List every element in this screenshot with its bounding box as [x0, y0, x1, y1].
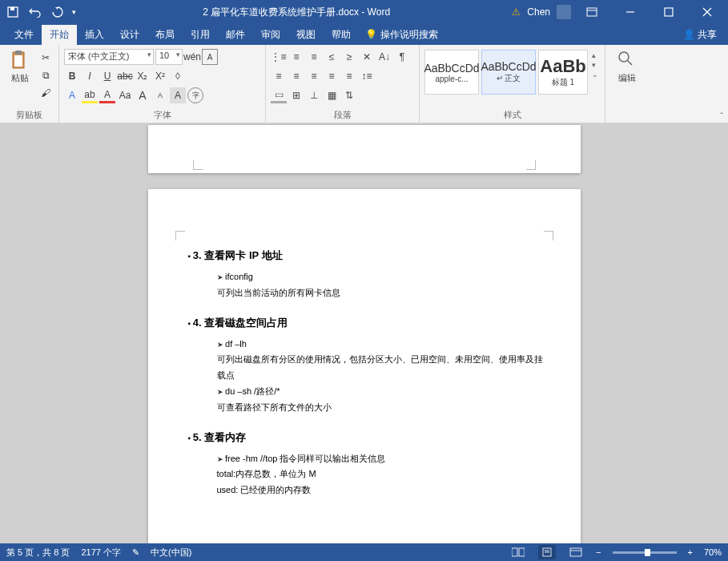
redo-icon[interactable] [50, 4, 66, 20]
tell-me-input[interactable]: 操作说明搜索 [380, 28, 438, 42]
page-indicator[interactable]: 第 5 页，共 8 页 [6, 547, 70, 559]
tabs-icon[interactable]: ⊥ [306, 87, 322, 103]
align-right-icon[interactable]: ≡ [306, 68, 322, 84]
char-shading-icon[interactable]: A [170, 87, 186, 103]
line-used: used: 已经使用的内存数 [217, 482, 544, 498]
svg-rect-9 [15, 50, 22, 54]
clear-format-icon[interactable]: ◊ [170, 68, 186, 84]
tab-home[interactable]: 开始 [42, 25, 77, 45]
change-case-button[interactable]: Aa [117, 87, 133, 103]
phonetic-guide-icon[interactable]: wén [184, 49, 200, 65]
style-apple[interactable]: AaBbCcDd apple-c... [424, 50, 479, 95]
minimize-icon[interactable] [613, 0, 648, 24]
enclose-char-icon[interactable]: 字 [187, 87, 203, 103]
style-heading1[interactable]: AaBb 标题 1 [538, 50, 588, 95]
share-button[interactable]: 👤 共享 [672, 28, 728, 42]
tab-design[interactable]: 设计 [112, 25, 147, 45]
decrease-indent-icon[interactable]: ≤ [324, 49, 340, 65]
tell-me-icon[interactable]: 💡 [365, 29, 377, 40]
web-layout-icon[interactable] [567, 545, 585, 559]
char-border-icon[interactable]: A [202, 49, 218, 65]
style-scroll-up-icon[interactable]: ▴ [592, 51, 598, 59]
bullets-icon[interactable]: ⋮≡ [271, 49, 287, 65]
italic-button[interactable]: I [82, 68, 98, 84]
multilevel-icon[interactable]: ≡ [306, 49, 322, 65]
read-mode-icon[interactable] [509, 545, 527, 559]
align-left-icon[interactable]: ≡ [271, 68, 287, 84]
close-icon[interactable] [690, 0, 725, 24]
bold-button[interactable]: B [64, 68, 80, 84]
document-area[interactable]: 3. 查看网卡 IP 地址 ifconfig 可列出当前活动的所有网卡信息 4.… [0, 123, 728, 543]
tab-review[interactable]: 审阅 [253, 25, 288, 45]
copy-icon[interactable]: ⧉ [38, 67, 54, 83]
share-label: 共享 [698, 29, 717, 40]
font-group-label: 字体 [59, 109, 265, 121]
zoom-level[interactable]: 70% [704, 547, 722, 557]
svg-rect-2 [587, 8, 597, 16]
tab-mail[interactable]: 邮件 [218, 25, 253, 45]
numbering-icon[interactable]: ≡ [288, 49, 304, 65]
paste-label: 粘贴 [11, 72, 29, 84]
undo-icon[interactable] [27, 4, 43, 20]
distribute-icon[interactable]: ≡ [341, 68, 357, 84]
style-scroll-down-icon[interactable]: ▾ [592, 61, 598, 69]
ribbon-tabs: 文件 开始 插入 设计 布局 引用 邮件 审阅 视图 帮助 💡 操作说明搜索 👤… [0, 24, 728, 45]
justify-icon[interactable]: ≡ [324, 68, 340, 84]
zoom-in-icon[interactable]: + [688, 547, 693, 557]
font-family-combo[interactable]: 宋体 (中文正文) [64, 49, 154, 65]
quick-access-toolbar: ▾ [0, 4, 81, 20]
tab-insert[interactable]: 插入 [77, 25, 112, 45]
clipboard-group-label: 剪贴板 [0, 109, 58, 121]
font-size-combo[interactable]: 10 [155, 49, 183, 65]
shrink-font-icon[interactable]: A [152, 87, 168, 103]
tab-layout[interactable]: 布局 [147, 25, 183, 45]
page-current[interactable]: 3. 查看网卡 IP 地址 ifconfig 可列出当前活动的所有网卡信息 4.… [148, 189, 581, 543]
spellcheck-icon[interactable]: ✎ [132, 547, 139, 558]
increase-indent-icon[interactable]: ≥ [341, 49, 357, 65]
cut-icon[interactable]: ✂ [38, 50, 54, 66]
borders-icon[interactable]: ⊞ [288, 87, 304, 103]
save-icon[interactable] [5, 4, 21, 20]
asian-layout-icon[interactable]: ✕ [359, 49, 375, 65]
ribbon-display-icon[interactable] [574, 0, 609, 24]
superscript-button[interactable]: X² [152, 68, 168, 84]
tab-references[interactable]: 引用 [183, 25, 218, 45]
tab-view[interactable]: 视图 [288, 25, 324, 45]
group-paragraph: ⋮≡ ≡ ≡ ≤ ≥ ✕ A↓ ¶ ≡ ≡ ≡ ≡ ≡ ↕≡ ▭ ⊞ ⊥ [266, 45, 420, 123]
align-center-icon[interactable]: ≡ [288, 68, 304, 84]
document-title: 2 扁平化车道收费系统维护手册.docx - Word [81, 6, 512, 19]
warning-icon: ⚠ [512, 6, 521, 18]
snap-grid-icon[interactable]: ▦ [324, 87, 340, 103]
shading-icon[interactable]: ▭ [271, 87, 287, 103]
sort-icon[interactable]: A↓ [376, 49, 392, 65]
user-name: Chen [527, 6, 550, 18]
format-painter-icon[interactable]: 🖌 [38, 85, 54, 101]
language-indicator[interactable]: 中文(中国) [151, 547, 191, 559]
strikethrough-button[interactable]: abc [117, 68, 133, 84]
qat-overflow-icon[interactable]: ▾ [72, 8, 76, 16]
grow-font-icon[interactable]: A [135, 87, 151, 103]
maximize-icon[interactable] [651, 0, 686, 24]
find-button[interactable]: 编辑 [611, 48, 643, 121]
word-count[interactable]: 2177 个字 [81, 547, 121, 559]
collapse-ribbon-icon[interactable]: ˆ [720, 111, 723, 121]
text-effects-icon[interactable]: A [64, 87, 80, 103]
highlight-color-icon[interactable]: ab [82, 87, 98, 103]
subscript-button[interactable]: X₂ [135, 68, 151, 84]
line-spacing-icon[interactable]: ↕≡ [359, 68, 375, 84]
avatar[interactable] [557, 5, 571, 19]
style-normal-preview: AaBbCcDd [481, 60, 536, 73]
tab-help[interactable]: 帮助 [324, 25, 359, 45]
font-color-icon[interactable]: A [99, 87, 115, 103]
style-expand-icon[interactable]: ⌄ [592, 71, 598, 79]
tab-file[interactable]: 文件 [6, 25, 42, 45]
group-clipboard: 粘贴 ✂ ⧉ 🖌 剪贴板 [0, 45, 59, 123]
underline-button[interactable]: U [99, 68, 115, 84]
style-normal[interactable]: AaBbCcDd ↵ 正文 [481, 50, 536, 95]
desc-df: 可列出磁盘所有分区的使用情况，包括分区大小、已用空间、未用空间、使用率及挂载点 [217, 352, 544, 384]
zoom-out-icon[interactable]: − [596, 547, 601, 557]
show-marks-icon[interactable]: ¶ [394, 49, 410, 65]
print-layout-icon[interactable] [538, 545, 556, 559]
para-settings-icon[interactable]: ⇅ [341, 87, 357, 103]
zoom-slider[interactable] [613, 551, 677, 554]
